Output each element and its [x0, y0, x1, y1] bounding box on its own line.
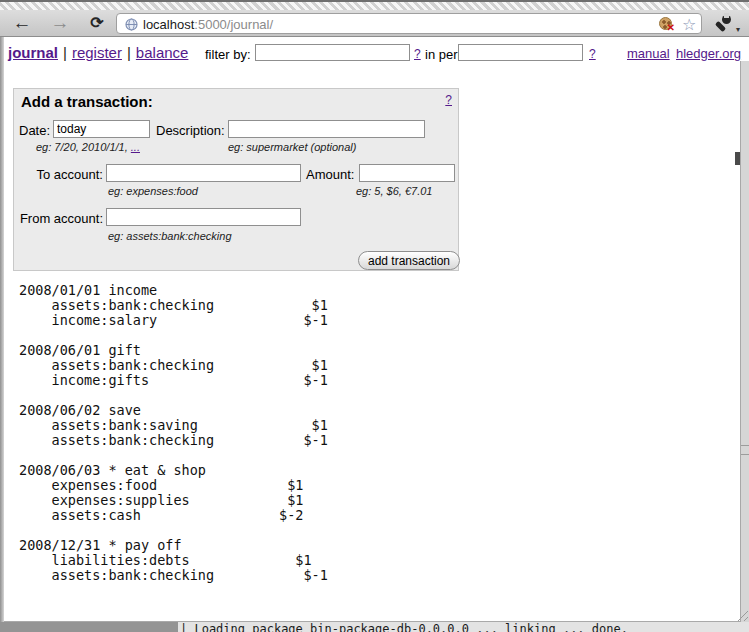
terminal-window-sliver: | Loading package bin-package-db-0.0.0.0… [0, 622, 749, 632]
url-host: localhost [143, 17, 194, 32]
address-bar[interactable]: localhost:5000/journal/ ✕ ☆ [116, 13, 702, 34]
hledger-navbar: journal|register|balance filter by: ? in… [0, 37, 749, 69]
back-button[interactable]: ← [10, 11, 34, 35]
description-input[interactable] [228, 120, 425, 138]
date-hint-more-link[interactable]: ... [131, 141, 140, 153]
add-transaction-button[interactable]: add transaction [358, 251, 460, 270]
amount-input[interactable] [359, 164, 455, 182]
to-account-label: To account: [14, 167, 103, 182]
window-left-edge [0, 37, 4, 622]
browser-window: ← → ⟳ localhost:5000/journal/ ✕ ☆ ▾ [0, 0, 749, 632]
nav-separator: | [122, 44, 136, 61]
bookmark-star-icon[interactable]: ☆ [682, 15, 696, 34]
filter-help-link[interactable]: ? [414, 47, 421, 61]
from-account-hint: eg: assets:bank:checking [108, 230, 232, 242]
cookie-blocked-x-icon: ✕ [667, 22, 675, 33]
add-transaction-form: Add a transaction: ? Date: Description: … [13, 88, 459, 271]
view-links: journal|register|balance [8, 44, 188, 61]
description-label: Description: [156, 123, 225, 138]
to-account-input[interactable] [106, 164, 301, 182]
scrollbar-ridge [741, 445, 749, 446]
globe-icon [125, 17, 138, 35]
scrollbar-thumb[interactable] [735, 152, 740, 165]
scrollbar-track[interactable] [740, 61, 749, 622]
period-help-link[interactable]: ? [589, 47, 596, 61]
forward-button[interactable]: → [48, 11, 72, 35]
from-account-label: From account: [14, 211, 103, 226]
form-help-link[interactable]: ? [445, 93, 452, 107]
hledger-org-link[interactable]: hledger.org [676, 46, 741, 61]
url-text[interactable]: localhost:5000/journal/ [143, 17, 273, 32]
date-label: Date: [19, 123, 50, 138]
date-input[interactable] [53, 120, 150, 138]
amount-hint: eg: 5, $6, €7.01 [356, 185, 432, 197]
amount-label: Amount: [306, 167, 354, 182]
reload-button[interactable]: ⟳ [85, 11, 109, 35]
filter-input[interactable] [255, 44, 410, 61]
from-account-input[interactable] [106, 208, 301, 226]
date-hint-text: eg: 7/20, 2010/1/1, [36, 141, 131, 153]
form-title: Add a transaction: [21, 93, 153, 110]
wrench-menu-icon[interactable] [716, 15, 732, 31]
page-content: journal|register|balance filter by: ? in… [0, 37, 740, 622]
manual-link[interactable]: manual [627, 46, 670, 61]
nav-link-balance[interactable]: balance [136, 44, 189, 61]
browser-toolbar: ← → ⟳ localhost:5000/journal/ ✕ ☆ ▾ [0, 10, 749, 37]
menu-dropdown-arrow-icon[interactable]: ▾ [736, 25, 740, 34]
filter-by-label: filter by: [205, 47, 251, 62]
to-account-hint: eg: expenses:food [108, 185, 198, 197]
period-input[interactable] [458, 44, 583, 61]
description-hint: eg: supermarket (optional) [228, 141, 356, 153]
cookie-blocked-icon[interactable]: ✕ [659, 17, 672, 30]
terminal-text-area: | Loading package bin-package-db-0.0.0.0… [178, 622, 749, 632]
nav-link-journal[interactable]: journal [8, 44, 58, 61]
scrollbar-ridge [741, 454, 749, 455]
journal-entries: 2008/01/01 income assets:bank:checking $… [19, 283, 328, 583]
window-titlebar[interactable] [0, 0, 749, 10]
wrench-notch [724, 13, 729, 18]
nav-link-register[interactable]: register [72, 44, 122, 61]
date-hint: eg: 7/20, 2010/1/1, ... [36, 141, 140, 153]
nav-separator: | [58, 44, 72, 61]
url-path: :5000/journal/ [194, 17, 273, 32]
terminal-output: | Loading package bin-package-db-0.0.0.0… [180, 622, 628, 632]
